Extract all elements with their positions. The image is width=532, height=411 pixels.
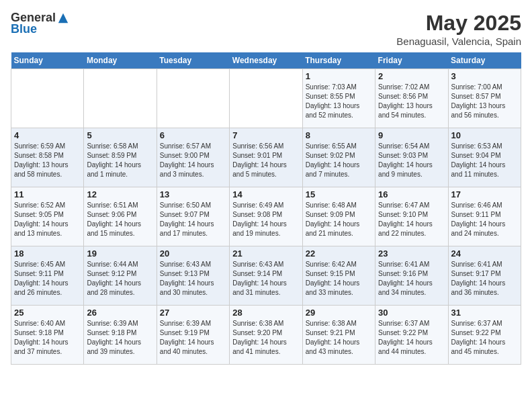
day-cell: 6Sunrise: 6:57 AMSunset: 9:00 PMDaylight… xyxy=(157,128,229,187)
day-number: 8 xyxy=(306,130,372,140)
day-info: Sunrise: 7:03 AMSunset: 8:55 PMDaylight:… xyxy=(306,83,372,120)
day-info: Sunrise: 6:40 AMSunset: 9:18 PMDaylight:… xyxy=(14,319,81,357)
day-info: Sunrise: 6:41 AMSunset: 9:17 PMDaylight:… xyxy=(451,260,518,298)
svg-marker-0 xyxy=(58,13,68,22)
day-info: Sunrise: 6:56 AMSunset: 9:01 PMDaylight:… xyxy=(232,142,299,179)
title-block: May 2025 Benaguasil, Valencia, Spain xyxy=(396,11,521,47)
day-cell: 7Sunrise: 6:56 AMSunset: 9:01 PMDaylight… xyxy=(230,128,302,187)
day-number: 17 xyxy=(451,189,518,199)
day-cell: 8Sunrise: 6:55 AMSunset: 9:02 PMDaylight… xyxy=(302,128,375,187)
day-info: Sunrise: 6:43 AMSunset: 9:13 PMDaylight:… xyxy=(160,260,226,298)
day-cell: 11Sunrise: 6:52 AMSunset: 9:05 PMDayligh… xyxy=(11,187,84,246)
day-cell: 21Sunrise: 6:43 AMSunset: 9:14 PMDayligh… xyxy=(230,246,302,306)
calendar-table: SundayMondayTuesdayWednesdayThursdayFrid… xyxy=(11,52,521,365)
weekday-header-wednesday: Wednesday xyxy=(230,52,302,69)
day-number: 27 xyxy=(160,308,226,318)
day-info: Sunrise: 6:49 AMSunset: 9:08 PMDaylight:… xyxy=(232,201,299,238)
day-info: Sunrise: 6:51 AMSunset: 9:06 PMDaylight:… xyxy=(87,201,153,238)
day-cell xyxy=(157,69,229,128)
day-number: 22 xyxy=(306,248,372,259)
day-number: 19 xyxy=(87,248,153,259)
weekday-header-tuesday: Tuesday xyxy=(157,52,229,69)
day-number: 16 xyxy=(378,189,445,199)
logo-icon xyxy=(57,12,69,24)
day-number: 11 xyxy=(14,189,81,199)
day-number: 18 xyxy=(14,248,81,259)
day-info: Sunrise: 6:41 AMSunset: 9:16 PMDaylight:… xyxy=(378,260,445,298)
day-number: 2 xyxy=(378,71,445,81)
day-number: 13 xyxy=(160,189,226,199)
week-row-3: 11Sunrise: 6:52 AMSunset: 9:05 PMDayligh… xyxy=(11,187,521,246)
day-cell: 24Sunrise: 6:41 AMSunset: 9:17 PMDayligh… xyxy=(448,246,521,306)
day-cell: 28Sunrise: 6:38 AMSunset: 9:20 PMDayligh… xyxy=(230,306,302,365)
day-cell: 9Sunrise: 6:54 AMSunset: 9:03 PMDaylight… xyxy=(375,128,448,187)
weekday-header-saturday: Saturday xyxy=(448,52,521,69)
day-info: Sunrise: 6:53 AMSunset: 9:04 PMDaylight:… xyxy=(451,142,518,179)
day-number: 25 xyxy=(14,308,81,318)
weekday-header-thursday: Thursday xyxy=(302,52,375,69)
day-cell: 19Sunrise: 6:44 AMSunset: 9:12 PMDayligh… xyxy=(84,246,157,306)
day-number: 30 xyxy=(378,308,445,318)
day-cell: 2Sunrise: 7:02 AMSunset: 8:56 PMDaylight… xyxy=(375,69,448,128)
day-cell: 4Sunrise: 6:59 AMSunset: 8:58 PMDaylight… xyxy=(11,128,84,187)
day-info: Sunrise: 7:00 AMSunset: 8:57 PMDaylight:… xyxy=(451,83,518,120)
day-info: Sunrise: 6:57 AMSunset: 9:00 PMDaylight:… xyxy=(160,142,226,179)
day-info: Sunrise: 6:45 AMSunset: 9:11 PMDaylight:… xyxy=(14,260,81,298)
day-info: Sunrise: 6:37 AMSunset: 9:22 PMDaylight:… xyxy=(378,319,445,357)
day-cell: 3Sunrise: 7:00 AMSunset: 8:57 PMDaylight… xyxy=(448,69,521,128)
day-cell xyxy=(230,69,302,128)
day-number: 4 xyxy=(14,130,81,140)
day-cell: 31Sunrise: 6:37 AMSunset: 9:22 PMDayligh… xyxy=(448,306,521,365)
day-info: Sunrise: 6:42 AMSunset: 9:15 PMDaylight:… xyxy=(306,260,372,298)
day-info: Sunrise: 6:55 AMSunset: 9:02 PMDaylight:… xyxy=(306,142,372,179)
week-row-4: 18Sunrise: 6:45 AMSunset: 9:11 PMDayligh… xyxy=(11,246,521,306)
day-cell xyxy=(11,69,84,128)
day-cell: 18Sunrise: 6:45 AMSunset: 9:11 PMDayligh… xyxy=(11,246,84,306)
day-number: 20 xyxy=(160,248,226,259)
day-info: Sunrise: 6:38 AMSunset: 9:21 PMDaylight:… xyxy=(306,319,372,357)
day-cell: 26Sunrise: 6:39 AMSunset: 9:18 PMDayligh… xyxy=(84,306,157,365)
day-cell: 22Sunrise: 6:42 AMSunset: 9:15 PMDayligh… xyxy=(302,246,375,306)
day-cell: 23Sunrise: 6:41 AMSunset: 9:16 PMDayligh… xyxy=(375,246,448,306)
day-cell: 20Sunrise: 6:43 AMSunset: 9:13 PMDayligh… xyxy=(157,246,229,306)
day-number: 26 xyxy=(87,308,153,318)
weekday-header-friday: Friday xyxy=(375,52,448,69)
day-info: Sunrise: 6:58 AMSunset: 8:59 PMDaylight:… xyxy=(87,142,153,179)
day-number: 7 xyxy=(232,130,299,140)
day-number: 14 xyxy=(232,189,299,199)
day-cell: 14Sunrise: 6:49 AMSunset: 9:08 PMDayligh… xyxy=(230,187,302,246)
day-number: 29 xyxy=(306,308,372,318)
day-info: Sunrise: 6:48 AMSunset: 9:09 PMDaylight:… xyxy=(306,201,372,238)
day-number: 24 xyxy=(451,248,518,259)
week-row-5: 25Sunrise: 6:40 AMSunset: 9:18 PMDayligh… xyxy=(11,306,521,365)
day-cell: 12Sunrise: 6:51 AMSunset: 9:06 PMDayligh… xyxy=(84,187,157,246)
weekday-header-row: SundayMondayTuesdayWednesdayThursdayFrid… xyxy=(11,52,521,69)
day-number: 1 xyxy=(306,71,372,81)
day-number: 6 xyxy=(160,130,226,140)
day-number: 28 xyxy=(232,308,299,318)
day-cell: 10Sunrise: 6:53 AMSunset: 9:04 PMDayligh… xyxy=(448,128,521,187)
weekday-header-monday: Monday xyxy=(84,52,157,69)
day-cell: 1Sunrise: 7:03 AMSunset: 8:55 PMDaylight… xyxy=(302,69,375,128)
day-number: 3 xyxy=(451,71,518,81)
day-cell: 13Sunrise: 6:50 AMSunset: 9:07 PMDayligh… xyxy=(157,187,229,246)
day-info: Sunrise: 6:39 AMSunset: 9:19 PMDaylight:… xyxy=(160,319,226,357)
day-info: Sunrise: 6:44 AMSunset: 9:12 PMDaylight:… xyxy=(87,260,153,298)
day-cell: 30Sunrise: 6:37 AMSunset: 9:22 PMDayligh… xyxy=(375,306,448,365)
week-row-1: 1Sunrise: 7:03 AMSunset: 8:55 PMDaylight… xyxy=(11,69,521,128)
location-subtitle: Benaguasil, Valencia, Spain xyxy=(396,36,521,47)
day-cell xyxy=(84,69,157,128)
day-cell: 25Sunrise: 6:40 AMSunset: 9:18 PMDayligh… xyxy=(11,306,84,365)
day-cell: 5Sunrise: 6:58 AMSunset: 8:59 PMDaylight… xyxy=(84,128,157,187)
day-cell: 27Sunrise: 6:39 AMSunset: 9:19 PMDayligh… xyxy=(157,306,229,365)
page-header: General Blue May 2025 Benaguasil, Valenc… xyxy=(11,11,521,47)
day-info: Sunrise: 6:47 AMSunset: 9:10 PMDaylight:… xyxy=(378,201,445,238)
weekday-header-sunday: Sunday xyxy=(11,52,84,69)
day-info: Sunrise: 6:39 AMSunset: 9:18 PMDaylight:… xyxy=(87,319,153,357)
month-title: May 2025 xyxy=(396,11,521,36)
day-info: Sunrise: 6:54 AMSunset: 9:03 PMDaylight:… xyxy=(378,142,445,179)
day-cell: 16Sunrise: 6:47 AMSunset: 9:10 PMDayligh… xyxy=(375,187,448,246)
day-info: Sunrise: 6:38 AMSunset: 9:20 PMDaylight:… xyxy=(232,319,299,357)
week-row-2: 4Sunrise: 6:59 AMSunset: 8:58 PMDaylight… xyxy=(11,128,521,187)
day-number: 12 xyxy=(87,189,153,199)
